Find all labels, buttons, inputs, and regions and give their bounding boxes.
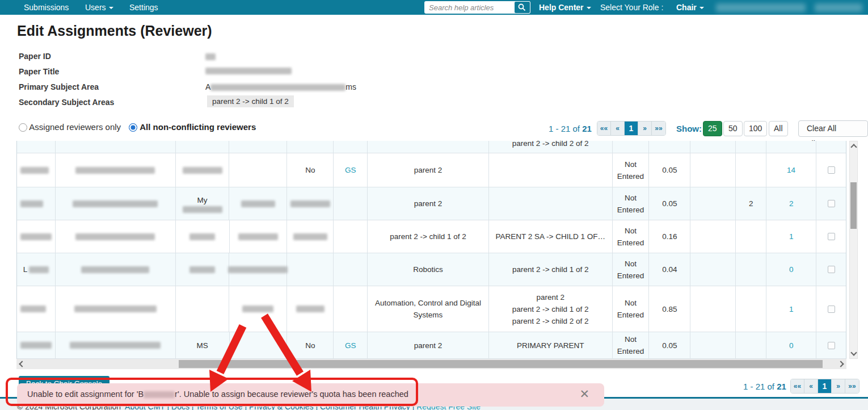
assignment-count-link[interactable]: 2 (789, 198, 794, 210)
row-select-checkbox[interactable] (828, 233, 835, 240)
last-page-button[interactable]: »» (845, 379, 859, 394)
radio-selected-icon[interactable] (129, 123, 137, 132)
prev-page-button[interactable]: « (804, 379, 818, 394)
redacted-text (183, 167, 222, 174)
search-button[interactable] (515, 2, 530, 13)
gs-profile-link[interactable]: GS (345, 340, 356, 352)
gs-profile-link[interactable]: GS (345, 164, 356, 176)
error-toast: Unable to edit assignment for 'Br'. Unab… (17, 383, 604, 407)
table-cell (229, 153, 287, 187)
table-cell: parent 2parent 2 -> child 1 of 2parent 2… (489, 286, 613, 332)
assignment-count-link[interactable]: 1 (789, 303, 794, 315)
next-page-button[interactable]: » (832, 379, 845, 394)
vertical-scroll-thumb[interactable] (850, 182, 857, 229)
row-select-checkbox[interactable] (828, 306, 835, 313)
first-page-button[interactable]: «« (597, 122, 611, 136)
table-cell: 0.05 (649, 153, 690, 187)
table-cell (287, 253, 334, 286)
reviewers-table: parent 2 -> child 2 of 2NoGSparent 2Not … (16, 141, 846, 359)
redacted-text (20, 306, 46, 312)
clear-all-filters-button[interactable]: Clear All Filters (798, 120, 868, 137)
nav-submissions[interactable]: Submissions (24, 0, 69, 15)
table-cell: parent 2 -> child 1 of 2 (489, 253, 613, 286)
pagination-range-bottom: 1 - 21 of 21 (743, 382, 786, 391)
table-cell (229, 253, 287, 286)
table-row: parent 2 -> child 2 of 2 (17, 141, 846, 153)
show-50-button[interactable]: 50 (723, 121, 743, 136)
table-cell (766, 141, 816, 153)
assignment-count-link[interactable]: 1 (789, 231, 794, 242)
table-row: NoGSparent 2Not Entered0.0514 (17, 153, 846, 187)
scroll-left-icon[interactable] (19, 361, 25, 367)
table-cell (690, 220, 736, 253)
next-page-button[interactable]: » (638, 122, 652, 136)
table-cell (229, 187, 287, 220)
error-message: Unable to edit assignment for 'Br'. Unab… (27, 390, 408, 399)
radio-assigned-only[interactable]: Assigned reviewers only (19, 122, 121, 132)
table-horizontal-scrollbar[interactable] (16, 359, 846, 369)
secondary-subject-value: parent 2 -> child 1 of 2 (207, 97, 294, 106)
scroll-right-icon[interactable] (837, 361, 844, 367)
assignment-count-link[interactable]: 0 (789, 263, 794, 275)
redacted-user-menu[interactable] (716, 3, 806, 12)
page-1-button[interactable]: 1 (818, 379, 832, 394)
prev-page-button[interactable]: « (611, 122, 625, 136)
table-cell (56, 141, 176, 153)
first-page-button[interactable]: «« (791, 379, 804, 394)
table-cell (17, 286, 56, 332)
table-cell (287, 220, 334, 253)
help-search-input[interactable] (429, 2, 513, 13)
nav-help-center-dropdown[interactable]: Help Center (539, 0, 591, 15)
table-cell (229, 286, 287, 332)
subject-area-tag: parent 2 -> child 1 of 2 (207, 95, 294, 107)
close-icon[interactable]: ✕ (579, 387, 589, 401)
redacted-text (20, 233, 52, 240)
redacted-nav-item[interactable] (815, 3, 862, 12)
show-100-button[interactable]: 100 (744, 121, 767, 136)
table-cell: parent 2 (368, 187, 489, 220)
table-cell (690, 187, 736, 220)
pagination-controls-bottom: «« « 1 » »» (790, 379, 859, 394)
table-cell: Automation, Control and Digital Systems (368, 286, 489, 332)
row-select-checkbox[interactable] (828, 266, 835, 273)
show-25-button[interactable]: 25 (703, 121, 722, 136)
redacted-text (189, 233, 215, 240)
radio-all-nonconflicting[interactable]: All non-conflicting reviewers (129, 122, 256, 132)
table-cell (690, 332, 736, 358)
assignment-count-link[interactable]: 14 (787, 164, 795, 176)
top-nav-bar: Submissions Users Settings Help Center S… (0, 0, 868, 15)
horizontal-scroll-thumb[interactable] (179, 360, 823, 368)
scroll-up-icon[interactable] (850, 144, 857, 150)
chevron-down-icon (109, 7, 113, 9)
table-cell: parent 2 (368, 332, 489, 358)
row-select-checkbox[interactable] (828, 342, 835, 349)
paper-title-value (205, 66, 292, 75)
table-cell: Robotics (368, 253, 489, 286)
table-cell (287, 141, 334, 153)
redacted-text (75, 233, 155, 240)
role-selector-chair[interactable]: Chair (676, 0, 704, 15)
redacted-text (70, 342, 161, 349)
last-page-button[interactable]: »» (652, 122, 665, 136)
scroll-down-icon[interactable] (850, 349, 857, 355)
table-cell (816, 332, 846, 358)
radio-unselected-icon[interactable] (19, 123, 27, 132)
table-cell: 0.05 (649, 332, 690, 358)
table-cell (17, 153, 56, 187)
assignment-count-link[interactable]: 0 (789, 340, 794, 352)
row-select-checkbox[interactable] (828, 200, 835, 207)
table-cell: L (17, 253, 56, 286)
table-vertical-scrollbar[interactable] (849, 141, 858, 359)
redacted-text (296, 306, 325, 312)
nav-settings[interactable]: Settings (129, 0, 158, 15)
redacted-text (29, 266, 49, 273)
paper-id-value (205, 52, 216, 61)
table-cell: 1 (766, 220, 816, 253)
nav-users-dropdown[interactable]: Users (85, 0, 113, 15)
show-all-button[interactable]: All (769, 121, 788, 136)
row-select-checkbox[interactable] (828, 166, 835, 174)
table-cell (736, 141, 766, 153)
primary-subject-label: Primary Subject Area (19, 82, 99, 91)
table-cell (56, 253, 176, 286)
page-1-button[interactable]: 1 (625, 122, 638, 136)
